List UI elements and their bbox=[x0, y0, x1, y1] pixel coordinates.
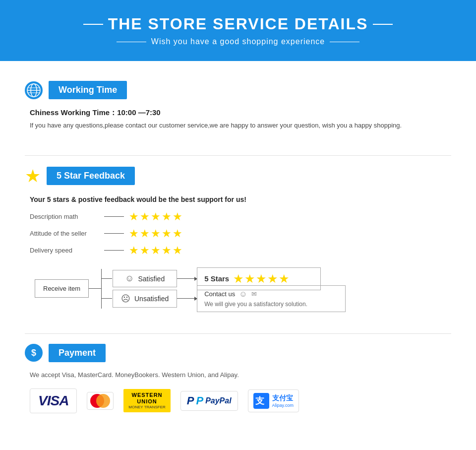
wu-text: WESTERNUNION bbox=[128, 392, 165, 405]
star-6: ★ bbox=[129, 227, 139, 240]
rating-row-delivery: Delivery speed ★ ★ ★ ★ ★ bbox=[30, 244, 451, 257]
rating-label-delivery: Delivery speed bbox=[30, 247, 99, 254]
payment-header: $ Payment bbox=[25, 344, 451, 362]
res-star-1: ★ bbox=[233, 272, 244, 286]
tee-h-bottom bbox=[101, 298, 112, 299]
page-header: THE STORE SERVICE DETAILS Wish you have … bbox=[0, 0, 476, 61]
stars-description: ★ ★ ★ ★ ★ bbox=[129, 210, 182, 223]
tee-connector bbox=[89, 269, 113, 309]
res-star-4: ★ bbox=[267, 272, 278, 286]
feedback-diagram: Receive item ☺ bbox=[35, 269, 451, 309]
payment-title: Payment bbox=[49, 344, 106, 362]
res-star-3: ★ bbox=[256, 272, 267, 286]
payment-icons: VISA WESTERNUNION MONEY TRANSFER P P Pay… bbox=[30, 388, 451, 413]
star-11: ★ bbox=[129, 244, 139, 257]
star-7: ★ bbox=[140, 227, 150, 240]
star-icon: ★ bbox=[25, 166, 41, 187]
happy-smiley-icon: ☺ bbox=[125, 273, 134, 284]
star-4: ★ bbox=[162, 210, 172, 223]
five-stars-content: 5 Stars ★ ★ ★ ★ ★ bbox=[204, 272, 313, 286]
unsatisfied-branch: ☹ Unsatisfied Contact us ☺ ✉ We will giv… bbox=[113, 289, 346, 309]
globe-icon bbox=[25, 81, 43, 99]
unsatisfied-label: Unsatisfied bbox=[134, 295, 169, 303]
working-time-title: Working Time bbox=[49, 81, 127, 99]
alipay-logo: 支 支付宝 Alipay.com bbox=[248, 389, 299, 412]
star-2: ★ bbox=[140, 210, 150, 223]
rating-line-1 bbox=[104, 216, 124, 217]
star-13: ★ bbox=[151, 244, 161, 257]
contact-us-label: Contact us bbox=[204, 290, 235, 298]
svg-text:支: 支 bbox=[255, 396, 265, 406]
res-star-5: ★ bbox=[279, 272, 290, 286]
feedback-body: Your 5 stars & postive feedback would be… bbox=[25, 195, 451, 309]
working-time-header: Working Time bbox=[25, 81, 451, 99]
branches: ☺ Satisfied 5 Stars ★ ★ ★ ★ bbox=[113, 269, 346, 309]
paypal-logo: P P PayPal bbox=[180, 391, 238, 411]
working-time-section: Working Time Chiness Working Time：10:00 … bbox=[25, 71, 451, 140]
star-1: ★ bbox=[129, 210, 139, 223]
res-star-2: ★ bbox=[244, 272, 255, 286]
stars-attitude: ★ ★ ★ ★ ★ bbox=[129, 227, 182, 240]
rating-label-description: Description math bbox=[30, 213, 99, 220]
star-9: ★ bbox=[162, 227, 172, 240]
satisfied-box: ☺ Satisfied bbox=[113, 270, 177, 287]
feedback-header: ★ 5 Star Feedback bbox=[25, 166, 451, 187]
receive-item-label: Receive item bbox=[43, 285, 80, 292]
mastercard-logo bbox=[87, 392, 114, 410]
star-8: ★ bbox=[151, 227, 161, 240]
payment-section: $ Payment We accept Visa, MasterCard. Mo… bbox=[25, 334, 451, 423]
mc-yellow-circle bbox=[96, 394, 110, 408]
paypal-p2: P bbox=[196, 394, 203, 407]
rating-line-3 bbox=[104, 250, 124, 251]
main-content: Working Time Chiness Working Time：10:00 … bbox=[0, 61, 476, 448]
rating-row-attitude: Attitude of the seller ★ ★ ★ ★ ★ bbox=[30, 227, 451, 240]
header-title: THE STORE SERVICE DETAILS bbox=[108, 15, 368, 33]
contact-us-box: Contact us ☺ ✉ We will give you a satisf… bbox=[197, 285, 346, 312]
dollar-icon: $ bbox=[25, 344, 43, 362]
star-5: ★ bbox=[173, 210, 182, 223]
star-15: ★ bbox=[173, 244, 182, 257]
contact-us-desc: We will give you a satisfactory solution… bbox=[204, 301, 338, 308]
tee-vertical bbox=[101, 269, 102, 309]
rating-label-attitude: Attitude of the seller bbox=[30, 230, 99, 237]
western-union-logo: WESTERNUNION MONEY TRANSFER bbox=[123, 389, 170, 412]
wu-subtext: MONEY TRANSFER bbox=[128, 405, 165, 409]
alipay-text-block: 支付宝 Alipay.com bbox=[272, 394, 294, 408]
unsatisfied-box: ☹ Unsatisfied bbox=[113, 290, 177, 308]
satisfied-arrow bbox=[177, 278, 197, 279]
feedback-tagline: Your 5 stars & postive feedback would be… bbox=[30, 195, 451, 203]
visa-text: VISA bbox=[38, 393, 68, 408]
visa-logo: VISA bbox=[30, 388, 77, 413]
alipay-icon-svg: 支 bbox=[253, 393, 269, 409]
contact-smiley-icon: ☺ bbox=[239, 290, 247, 299]
contact-us-title: Contact us ☺ ✉ bbox=[204, 290, 338, 299]
working-time-desc: If you have any questions,please contact… bbox=[30, 121, 436, 130]
star-3: ★ bbox=[151, 210, 161, 223]
stars-delivery: ★ ★ ★ ★ ★ bbox=[129, 244, 182, 257]
envelope-icon: ✉ bbox=[251, 290, 257, 298]
alipay-cn-text: 支付宝 bbox=[272, 394, 294, 403]
result-stars: ★ ★ ★ ★ ★ bbox=[233, 272, 290, 286]
left-h-line bbox=[89, 288, 101, 289]
rating-row-description: Description math ★ ★ ★ ★ ★ bbox=[30, 210, 451, 223]
payment-body: We accept Visa, MasterCard. MoneyBookers… bbox=[25, 371, 451, 413]
tee-h-top bbox=[101, 278, 112, 279]
feedback-title: 5 Star Feedback bbox=[47, 167, 135, 185]
unsatisfied-arrow bbox=[177, 298, 197, 299]
header-subtitle: Wish you have a good shopping experience bbox=[151, 37, 325, 46]
rating-line-2 bbox=[104, 233, 124, 234]
receive-item-box: Receive item bbox=[35, 279, 89, 298]
five-stars-label: 5 Stars bbox=[204, 274, 229, 283]
feedback-section: ★ 5 Star Feedback Your 5 stars & postive… bbox=[25, 156, 451, 319]
working-time-body: Chiness Working Time：10:00 —7:30 If you … bbox=[25, 108, 451, 130]
paypal-text: PayPal bbox=[205, 396, 231, 405]
star-14: ★ bbox=[162, 244, 172, 257]
paypal-p1: P bbox=[187, 394, 194, 407]
payment-accept-text: We accept Visa, MasterCard. MoneyBookers… bbox=[30, 371, 451, 379]
star-10: ★ bbox=[173, 227, 182, 240]
working-time-hours: Chiness Working Time：10:00 —7:30 bbox=[30, 108, 451, 118]
alipay-en-text: Alipay.com bbox=[272, 403, 294, 408]
satisfied-label: Satisfied bbox=[138, 275, 165, 283]
star-12: ★ bbox=[140, 244, 150, 257]
sad-smiley-icon: ☹ bbox=[121, 293, 130, 304]
